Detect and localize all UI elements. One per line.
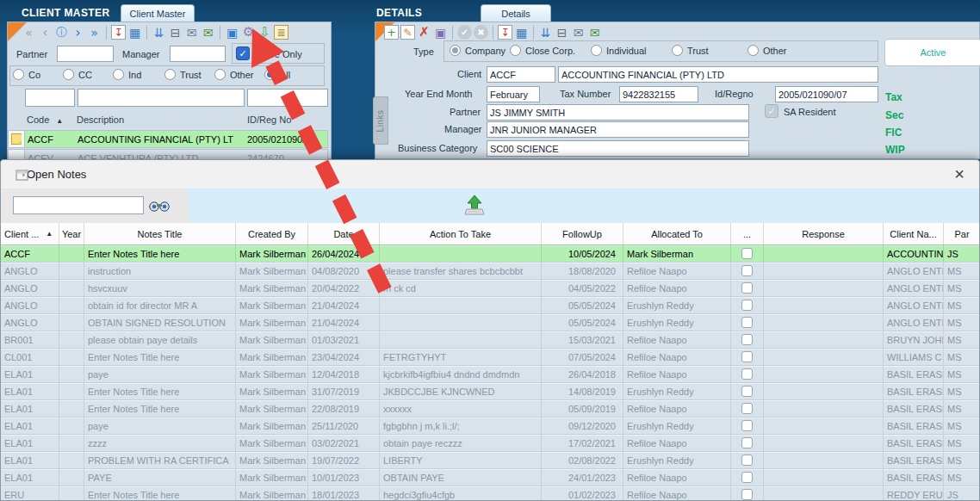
row-checkbox[interactable]	[741, 265, 753, 276]
binoculars-icon[interactable]	[148, 197, 171, 213]
settings-gear-icon[interactable]: ⚙	[241, 25, 256, 40]
notes-row[interactable]: ACCFEnter Notes Title hereMark Silberman…	[1, 245, 979, 263]
nav-last-icon[interactable]: »	[87, 25, 102, 40]
filter-type-trust[interactable]: Trust	[164, 69, 202, 80]
grid-edit-icon[interactable]: ▦	[127, 25, 142, 40]
business-category-field[interactable]	[487, 140, 749, 157]
notes-row[interactable]: ERUEnter Notes Title hereMark Silberman1…	[1, 486, 979, 500]
notes-col-date[interactable]: Date	[308, 223, 380, 244]
filter-type-co[interactable]: Co	[13, 69, 40, 80]
client-type-individual[interactable]: Individual	[591, 45, 646, 56]
edit-record-icon[interactable]: ✎	[400, 25, 415, 40]
mail-send-icon[interactable]: ✉	[587, 25, 602, 40]
side-label-tax[interactable]: Tax	[885, 91, 902, 103]
notes-row[interactable]: ELA01PROBLEM WITH RA CERTIFICAMark Silbe…	[1, 452, 979, 469]
client-type-company[interactable]: Company	[450, 45, 506, 56]
notes-row[interactable]: ELA01Enter Notes Title hereMark Silberma…	[1, 383, 979, 400]
import-notes-icon[interactable]: ⇩	[257, 25, 272, 40]
post-note-icon[interactable]	[464, 194, 485, 217]
row-checkbox[interactable]	[741, 282, 753, 294]
notes-row[interactable]: BR001please obtain paye detailsMark Silb…	[1, 331, 979, 349]
tab-details[interactable]: Details	[481, 4, 551, 22]
client-name-field[interactable]	[558, 66, 878, 83]
idreg-search-input[interactable]	[247, 89, 328, 107]
side-label-wip[interactable]: WIP	[885, 144, 905, 156]
sort-columns-icon[interactable]: ⇊	[538, 25, 553, 40]
notes-row[interactable]: ELA01payeMark Silberman25/11/2020fgbgbhn…	[1, 418, 979, 435]
partner-filter-input[interactable]	[57, 46, 114, 62]
filter-type-cc[interactable]: CC	[63, 69, 92, 80]
links-side-tab[interactable]: Links	[373, 96, 388, 145]
client-type-other[interactable]: Other	[747, 45, 787, 56]
row-checkbox[interactable]	[741, 472, 753, 483]
notes-col-action[interactable]: Action To Take	[380, 223, 542, 244]
new-record-icon[interactable]: +	[384, 25, 399, 40]
manager-field[interactable]	[487, 121, 749, 138]
notes-col-response[interactable]: Response	[764, 223, 884, 244]
row-checkbox[interactable]	[741, 300, 753, 311]
client-type-trust[interactable]: Trust	[672, 45, 709, 56]
cm-col-idreg[interactable]: ID/Reg No	[247, 114, 291, 125]
notes-row[interactable]: ANGLOobtain id for director MR AMark Sil…	[1, 297, 979, 314]
client-row[interactable]: ACCFACCOUNTING FINANCIAL (PTY) LT2005/02…	[8, 130, 328, 148]
grid-edit-icon[interactable]: ▦	[514, 25, 529, 40]
notes-col-title[interactable]: Notes Title	[84, 223, 236, 244]
filter-type-all[interactable]: All	[264, 69, 290, 80]
description-search-input[interactable]	[78, 89, 245, 107]
close-icon[interactable]: ×	[948, 163, 971, 185]
notes-col-followup[interactable]: FollowUp	[542, 223, 623, 244]
cm-col-description[interactable]: Description	[77, 114, 124, 125]
row-checkbox[interactable]	[741, 386, 753, 397]
filter-type-ind[interactable]: Ind	[113, 69, 141, 80]
sort-columns-icon[interactable]: ⇊	[152, 25, 166, 40]
row-checkbox[interactable]	[741, 455, 753, 466]
notes-row[interactable]: ELA01payeMark Silberman12/04/2018kjcbrki…	[1, 366, 979, 383]
side-label-fic[interactable]: FIC	[885, 127, 902, 139]
row-checkbox[interactable]	[741, 248, 753, 259]
sa-resident-checkbox[interactable]	[765, 104, 778, 118]
mail-send-icon[interactable]: ✉	[201, 25, 215, 40]
active-only-checkbox[interactable]	[236, 46, 250, 60]
copy-record-icon[interactable]: ▣	[433, 25, 448, 40]
year-end-month-field[interactable]	[487, 86, 540, 102]
notes-col-client[interactable]: Client ...▲	[1, 223, 59, 244]
print-icon[interactable]: ⊟	[555, 25, 569, 40]
client-code-field[interactable]	[487, 66, 555, 83]
row-checkbox[interactable]	[741, 334, 753, 345]
info-icon[interactable]: ⓘ	[54, 25, 69, 40]
mail-exchange-icon[interactable]: ✉	[571, 25, 586, 40]
print-icon[interactable]: ⊟	[168, 25, 183, 40]
side-label-sec[interactable]: Sec	[885, 109, 903, 121]
row-checkbox[interactable]	[741, 403, 753, 414]
row-checkbox[interactable]	[741, 351, 753, 362]
tax-number-field[interactable]	[619, 86, 698, 102]
row-checkbox[interactable]	[741, 437, 753, 448]
notes-col-allocated_to[interactable]: Allocated To	[623, 223, 731, 244]
nav-prev-icon[interactable]: ‹	[38, 25, 53, 40]
notes-row[interactable]: ANGLOhsvcxuuvMark Silberman20/04/2022m c…	[1, 280, 979, 297]
manager-filter-input[interactable]	[170, 46, 226, 62]
notes-row[interactable]: ANGLOinstructionMark Silberman04/08/2020…	[1, 263, 979, 280]
delete-record-icon[interactable]: ✗	[417, 25, 431, 40]
notes-col-check[interactable]: ...	[731, 223, 764, 244]
notes-col-created_by[interactable]: Created By	[236, 223, 308, 244]
notes-row[interactable]: CL001Enter Notes Title hereMark Silberma…	[1, 349, 979, 366]
filter-type-other[interactable]: Other	[214, 69, 254, 80]
id-regno-field[interactable]	[775, 86, 878, 102]
notes-row[interactable]: ELA01Enter Notes Title hereMark Silberma…	[1, 400, 979, 418]
cm-col-code[interactable]: Code▲	[27, 114, 63, 125]
row-checkbox[interactable]	[741, 368, 753, 380]
row-checkbox[interactable]	[741, 317, 753, 328]
partner-field[interactable]	[487, 104, 749, 121]
tab-client-master[interactable]: Client Master	[121, 4, 195, 22]
report-export-icon[interactable]: ↧	[111, 25, 126, 40]
row-checkbox[interactable]	[741, 489, 753, 500]
notes-row[interactable]: ELA01zzzzMark Silberman03/02/2021obtain …	[1, 435, 979, 452]
confirm-cancel-icon[interactable]: ✖	[474, 25, 488, 40]
report-export-icon[interactable]: ↧	[498, 25, 512, 40]
row-checkbox[interactable]	[741, 420, 753, 431]
layout-panel-icon[interactable]: ▣	[225, 25, 239, 40]
confirm-ok-icon[interactable]: ✔	[457, 25, 472, 40]
nav-first-icon[interactable]: «	[22, 25, 36, 40]
notes-row[interactable]: ANGLOOBTAIN SIGNED RESOLUTIONMark Silber…	[1, 314, 979, 331]
